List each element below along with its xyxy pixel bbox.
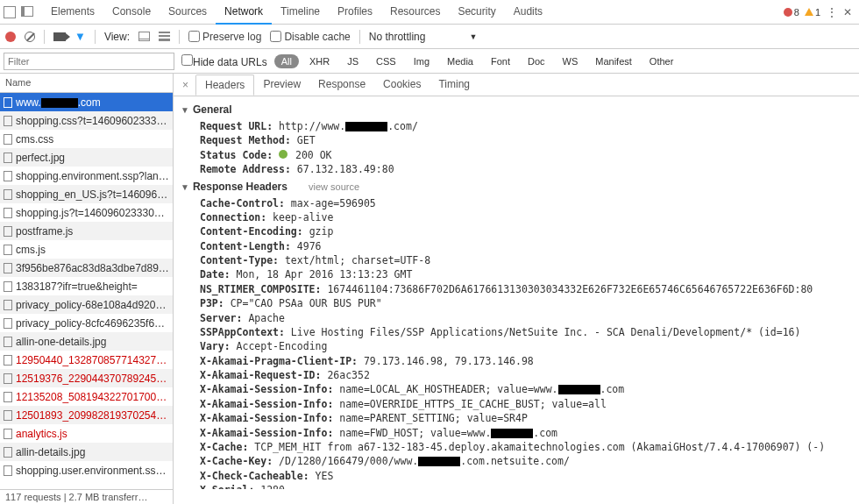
request-row[interactable]: shopping.css?t=14609602333… — [0, 111, 173, 130]
request-row[interactable]: shopping.js?t=146096023330… — [0, 203, 173, 222]
filter-type-media[interactable]: Media — [440, 54, 480, 68]
request-name: 3f956be876ac83d8a3dbe7d89… — [16, 262, 169, 274]
filter-type-manifest[interactable]: Manifest — [588, 54, 639, 68]
file-icon — [4, 447, 12, 458]
request-row[interactable]: cms.css — [0, 130, 173, 148]
main-tab-audits[interactable]: Audits — [505, 0, 551, 25]
header-key: Server: — [200, 312, 248, 324]
main-tab-elements[interactable]: Elements — [42, 0, 103, 25]
request-row[interactable]: privacy_policy-68e108a4d920… — [0, 295, 173, 314]
name-column-header[interactable]: Name — [0, 74, 173, 93]
header-row: Request Method: GET — [174, 133, 859, 147]
hide-data-urls-checkbox[interactable]: Hide data URLs — [181, 54, 267, 68]
header-key: Remote Address: — [200, 163, 297, 175]
request-row[interactable]: analytics.js — [0, 424, 173, 443]
devtools-main-tabs: ElementsConsoleSourcesNetworkTimelinePro… — [0, 0, 859, 25]
request-row[interactable]: allin-details.jpg — [0, 443, 173, 461]
request-row[interactable]: allin-one-details.jpg — [0, 332, 173, 351]
main-tab-timeline[interactable]: Timeline — [272, 0, 329, 25]
section-general[interactable]: General — [174, 100, 859, 119]
header-value: 200 OK — [279, 149, 331, 161]
filter-input[interactable] — [4, 53, 174, 70]
filter-type-other[interactable]: Other — [642, 54, 681, 68]
main-tab-profiles[interactable]: Profiles — [329, 0, 381, 25]
file-icon — [4, 281, 12, 292]
request-row[interactable]: 1383187?ifr=true&height= — [0, 277, 173, 295]
request-row[interactable]: shopping.user.environment.ss… — [0, 461, 173, 479]
file-icon — [4, 410, 12, 421]
filter-type-css[interactable]: CSS — [369, 54, 403, 68]
close-detail-icon[interactable]: × — [177, 79, 194, 91]
main-tab-network[interactable]: Network — [216, 0, 272, 25]
header-key: X-Akamai-Session-Info: — [200, 427, 339, 439]
warning-count[interactable]: 1 — [805, 7, 820, 18]
header-key: Request URL: — [200, 120, 279, 132]
header-row: Connection: keep-alive — [174, 210, 859, 224]
header-row: Status Code: 200 OK — [174, 148, 859, 162]
header-key: X-Akamai-Session-Info: — [200, 398, 339, 410]
filter-type-ws[interactable]: WS — [556, 54, 586, 68]
main-tab-security[interactable]: Security — [449, 0, 504, 25]
preserve-log-checkbox[interactable]: Preserve log — [188, 31, 261, 43]
request-row[interactable]: privacy_policy-8cfc4696235f6… — [0, 314, 173, 332]
throttling-select[interactable]: No throttling▼ — [369, 31, 478, 43]
header-value: text/html; charset=UTF-8 — [285, 254, 430, 266]
disable-cache-checkbox[interactable]: Disable cache — [270, 31, 350, 43]
filter-type-img[interactable]: Img — [407, 54, 437, 68]
dock-icon[interactable] — [21, 6, 33, 17]
request-row[interactable]: cms.js — [0, 240, 173, 259]
header-row: Content-Encoding: gzip — [174, 224, 859, 238]
header-value: 67.132.183.49:80 — [297, 163, 394, 175]
header-row: X-Akamai-Session-Info: name=OVERRIDE_HTT… — [174, 397, 859, 411]
request-row[interactable]: 12501893_209982819370254… — [0, 406, 173, 424]
more-icon[interactable] — [826, 5, 838, 19]
filter-type-doc[interactable]: Doc — [521, 54, 552, 68]
request-row[interactable]: 3f956be876ac83d8a3dbe7d89… — [0, 259, 173, 277]
request-row[interactable]: 12519376_229044370789245… — [0, 369, 173, 387]
waterfall-icon[interactable] — [159, 32, 170, 41]
detail-tab-timing[interactable]: Timing — [430, 75, 479, 95]
file-icon — [4, 465, 12, 476]
detail-tab-cookies[interactable]: Cookies — [374, 75, 430, 95]
request-list[interactable]: www..comshopping.css?t=14609602333…cms.c… — [0, 93, 173, 489]
main-tab-resources[interactable]: Resources — [381, 0, 449, 25]
detail-tab-response[interactable]: Response — [309, 75, 374, 95]
main-tab-console[interactable]: Console — [103, 0, 160, 25]
main-tab-sources[interactable]: Sources — [160, 0, 216, 25]
request-row[interactable]: shopping_en_US.js?t=14609602… — [0, 185, 173, 203]
request-row[interactable]: www..com — [0, 93, 173, 111]
large-rows-icon[interactable] — [138, 32, 150, 41]
file-icon — [4, 97, 12, 108]
header-key: X-Check-Cacheable: — [200, 470, 316, 482]
header-row: X-Akamai-Session-Info: name=FWD_HOST; va… — [174, 426, 859, 440]
header-key: X-Cache-Key: — [200, 455, 279, 467]
file-icon — [4, 208, 12, 218]
error-count[interactable]: 8 — [784, 7, 799, 18]
detail-tab-preview[interactable]: Preview — [254, 75, 309, 95]
header-row: X-Akamai-Session-Info: name=PARENT_SETTI… — [174, 411, 859, 425]
section-response-headers[interactable]: Response Headersview source — [174, 177, 859, 196]
request-row[interactable]: perfect.jpg — [0, 148, 173, 167]
request-row[interactable]: shopping.environment.ssp?lan… — [0, 167, 173, 185]
request-row[interactable]: 12950440_132870857714327… — [0, 351, 173, 369]
header-row: NS_RTIMER_COMPOSITE: 1674461104:73686F70… — [174, 282, 859, 296]
request-name: shopping.user.environment.ss… — [16, 465, 166, 477]
request-row[interactable]: postframe.js — [0, 222, 173, 240]
filter-type-xhr[interactable]: XHR — [302, 54, 337, 68]
filter-type-js[interactable]: JS — [340, 54, 366, 68]
filter-toggle-icon[interactable]: ▼ — [75, 30, 86, 43]
dock-controls — [4, 6, 33, 18]
request-list-pane: Name www..comshopping.css?t=14609602333…… — [0, 74, 174, 489]
filter-type-font[interactable]: Font — [484, 54, 517, 68]
request-row[interactable]: 12135208_508194322701700… — [0, 387, 173, 406]
detail-tab-headers[interactable]: Headers — [195, 75, 254, 96]
clear-button[interactable] — [25, 32, 35, 42]
header-key: Connection: — [200, 211, 273, 224]
header-row: X-Akamai-Pragma-Client-IP: 79.173.146.98… — [174, 354, 859, 368]
close-devtools-icon[interactable] — [843, 6, 852, 18]
screenshot-icon[interactable] — [53, 32, 66, 41]
record-button[interactable] — [5, 32, 16, 42]
view-source-link[interactable]: view source — [309, 181, 359, 192]
filter-type-all[interactable]: All — [274, 54, 299, 68]
inspect-icon[interactable] — [4, 6, 16, 18]
